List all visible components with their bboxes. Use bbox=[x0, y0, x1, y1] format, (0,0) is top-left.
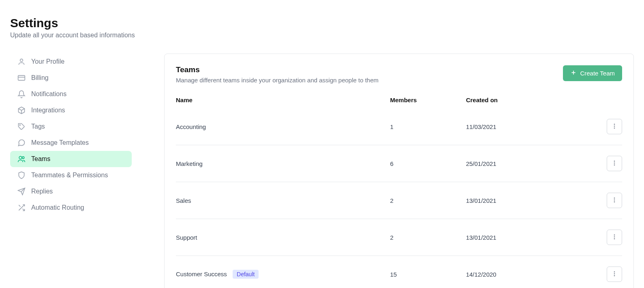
svg-line-11 bbox=[19, 205, 20, 206]
sidebar-item-billing[interactable]: Billing bbox=[10, 70, 132, 86]
more-vertical-icon bbox=[611, 197, 618, 204]
row-actions-button[interactable] bbox=[607, 156, 622, 171]
team-name: Customer Success bbox=[176, 271, 227, 277]
sidebar-item-profile[interactable]: Your Profile bbox=[10, 54, 132, 70]
page-title: Settings bbox=[10, 16, 634, 30]
team-name-cell: Customer Success Default bbox=[176, 256, 390, 288]
sidebar-item-integrations[interactable]: Integrations bbox=[10, 102, 132, 118]
sidebar-item-notifications[interactable]: Notifications bbox=[10, 86, 132, 102]
svg-point-27 bbox=[614, 273, 615, 274]
panel-title: Teams bbox=[176, 65, 379, 74]
more-vertical-icon bbox=[611, 160, 618, 168]
svg-point-15 bbox=[614, 126, 615, 127]
bell-icon bbox=[17, 90, 26, 98]
users-icon bbox=[17, 155, 26, 163]
sidebar-item-label: Your Profile bbox=[31, 58, 64, 65]
user-icon bbox=[17, 58, 26, 66]
create-team-button[interactable]: Create Team bbox=[563, 65, 622, 81]
team-created: 13/01/2021 bbox=[466, 219, 586, 256]
more-vertical-icon bbox=[611, 123, 618, 131]
svg-point-23 bbox=[614, 234, 615, 235]
svg-point-16 bbox=[614, 127, 615, 128]
table-row: Customer Success Default 15 14/12/2020 bbox=[176, 256, 622, 288]
sidebar-item-label: Tags bbox=[31, 123, 45, 130]
svg-point-28 bbox=[614, 275, 615, 276]
svg-point-22 bbox=[614, 201, 615, 202]
team-members: 1 bbox=[390, 108, 466, 145]
svg-point-17 bbox=[614, 161, 615, 161]
sidebar-item-label: Message Templates bbox=[31, 139, 89, 146]
sidebar-item-tags[interactable]: Tags bbox=[10, 118, 132, 135]
row-actions-button[interactable] bbox=[607, 267, 622, 282]
shuffle-icon bbox=[17, 204, 26, 212]
team-name: Sales bbox=[176, 182, 390, 219]
sidebar-item-replies[interactable]: Replies bbox=[10, 183, 132, 200]
more-vertical-icon bbox=[611, 271, 618, 278]
plus-icon bbox=[570, 69, 577, 77]
settings-sidebar: Your Profile Billing Notifications Integ… bbox=[10, 54, 132, 288]
sidebar-item-label: Teammates & Permissions bbox=[31, 172, 108, 179]
team-name: Marketing bbox=[176, 145, 390, 182]
create-team-label: Create Team bbox=[580, 70, 615, 77]
shield-icon bbox=[17, 171, 26, 179]
team-created: 11/03/2021 bbox=[466, 108, 586, 145]
svg-point-21 bbox=[614, 200, 615, 200]
team-created: 13/01/2021 bbox=[466, 182, 586, 219]
table-row: Accounting 1 11/03/2021 bbox=[176, 108, 622, 145]
svg-point-4 bbox=[19, 125, 20, 125]
svg-point-6 bbox=[22, 157, 24, 159]
col-header-name: Name bbox=[176, 92, 390, 108]
table-row: Support 2 13/01/2021 bbox=[176, 219, 622, 256]
team-created: 14/12/2020 bbox=[466, 256, 586, 288]
sidebar-item-permissions[interactable]: Teammates & Permissions bbox=[10, 167, 132, 183]
sidebar-item-label: Automatic Routing bbox=[31, 204, 84, 211]
sidebar-item-label: Teams bbox=[31, 155, 50, 163]
sidebar-item-routing[interactable]: Automatic Routing bbox=[10, 200, 132, 216]
team-name: Accounting bbox=[176, 108, 390, 145]
cube-icon bbox=[17, 106, 26, 114]
svg-rect-1 bbox=[18, 75, 25, 80]
svg-point-18 bbox=[614, 163, 615, 163]
svg-point-25 bbox=[614, 238, 615, 239]
tag-icon bbox=[17, 123, 26, 131]
svg-point-26 bbox=[614, 271, 615, 272]
svg-point-24 bbox=[614, 236, 615, 237]
row-actions-button[interactable] bbox=[607, 119, 622, 134]
sidebar-item-label: Notifications bbox=[31, 90, 66, 98]
table-row: Sales 2 13/01/2021 bbox=[176, 182, 622, 219]
teams-panel: Teams Manage different teams inside your… bbox=[164, 54, 634, 288]
team-created: 25/01/2021 bbox=[466, 145, 586, 182]
svg-point-20 bbox=[614, 198, 615, 198]
teams-table: Name Members Created on Accounting 1 11/… bbox=[176, 92, 622, 288]
svg-point-14 bbox=[614, 124, 615, 125]
send-icon bbox=[17, 187, 26, 196]
page-subtitle: Update all your account based informatio… bbox=[10, 32, 634, 39]
sidebar-item-label: Integrations bbox=[31, 107, 65, 114]
sidebar-item-label: Replies bbox=[31, 188, 53, 195]
table-row: Marketing 6 25/01/2021 bbox=[176, 145, 622, 182]
row-actions-button[interactable] bbox=[607, 193, 622, 208]
team-members: 6 bbox=[390, 145, 466, 182]
svg-point-0 bbox=[20, 59, 23, 62]
col-header-created: Created on bbox=[466, 92, 586, 108]
default-badge: Default bbox=[233, 270, 259, 279]
team-members: 2 bbox=[390, 182, 466, 219]
team-members: 15 bbox=[390, 256, 466, 288]
row-actions-button[interactable] bbox=[607, 230, 622, 245]
sidebar-item-label: Billing bbox=[31, 74, 49, 82]
chat-icon bbox=[17, 139, 26, 147]
sidebar-item-teams[interactable]: Teams bbox=[10, 151, 132, 167]
sidebar-item-message-templates[interactable]: Message Templates bbox=[10, 135, 132, 151]
panel-subtitle: Manage different teams inside your organ… bbox=[176, 77, 379, 84]
team-members: 2 bbox=[390, 219, 466, 256]
team-name: Support bbox=[176, 219, 390, 256]
more-vertical-icon bbox=[611, 234, 618, 241]
svg-point-5 bbox=[19, 156, 22, 159]
col-header-members: Members bbox=[390, 92, 466, 108]
svg-point-19 bbox=[614, 164, 615, 165]
card-icon bbox=[17, 74, 26, 82]
